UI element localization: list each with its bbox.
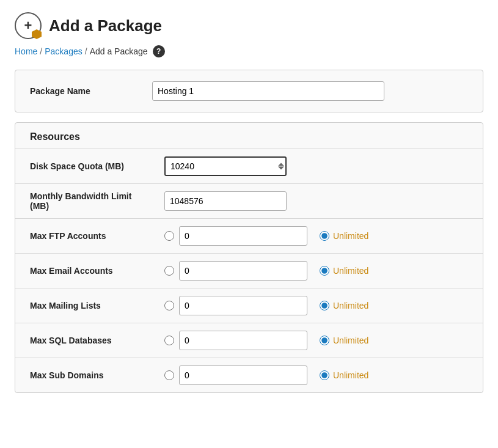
sql-radio-number[interactable] bbox=[164, 336, 174, 345]
email-unlimited-wrapper: Unlimited bbox=[320, 266, 368, 276]
disk-space-spinner-wrapper bbox=[164, 156, 287, 176]
bandwidth-label: Monthly Bandwidth Limit (MB) bbox=[15, 184, 150, 219]
breadcrumb-home[interactable]: Home bbox=[15, 46, 37, 56]
email-cell: Unlimited bbox=[150, 254, 483, 288]
subdomains-unlimited-wrapper: Unlimited bbox=[320, 370, 368, 380]
ftp-unlimited-wrapper: Unlimited bbox=[320, 231, 368, 241]
table-row: Max Sub Domains Unlimited bbox=[15, 358, 483, 393]
table-row: Monthly Bandwidth Limit (MB) bbox=[15, 184, 483, 219]
table-row: Max SQL Databases Unlimited bbox=[15, 323, 483, 358]
email-radio-row: Unlimited bbox=[164, 261, 468, 281]
table-row: Max FTP Accounts Unlimited bbox=[15, 219, 483, 254]
breadcrumb: Home / Packages / Add a Package ? bbox=[15, 45, 483, 57]
sql-unlimited-wrapper: Unlimited bbox=[320, 336, 368, 345]
subdomains-radio-row: Unlimited bbox=[164, 365, 468, 385]
subdomains-radio-unlimited[interactable] bbox=[320, 370, 329, 380]
breadcrumb-current: Add a Package bbox=[90, 46, 148, 56]
package-name-label: Package Name bbox=[30, 86, 152, 96]
page-title: Add a Package bbox=[49, 17, 162, 35]
subdomains-unlimited-label: Unlimited bbox=[333, 370, 368, 380]
subdomains-radio-number[interactable] bbox=[164, 370, 174, 380]
resources-card: Resources Disk Space Quota (MB) bbox=[15, 122, 483, 393]
help-icon[interactable]: ? bbox=[153, 45, 165, 57]
resources-heading: Resources bbox=[15, 123, 483, 149]
ftp-radio-unlimited[interactable] bbox=[320, 231, 329, 241]
mailing-unlimited-label: Unlimited bbox=[333, 301, 368, 310]
disk-space-cell bbox=[150, 149, 483, 184]
subdomains-label: Max Sub Domains bbox=[15, 358, 150, 393]
subdomains-cell: Unlimited bbox=[150, 358, 483, 393]
mailing-cell: Unlimited bbox=[150, 288, 483, 323]
mailing-number-input[interactable] bbox=[179, 296, 307, 315]
breadcrumb-sep-2: / bbox=[85, 46, 87, 56]
mailing-radio-number[interactable] bbox=[164, 301, 174, 310]
ftp-unlimited-label: Unlimited bbox=[333, 231, 368, 241]
plus-icon: + bbox=[24, 19, 32, 32]
table-row: Max Mailing Lists Unlimited bbox=[15, 288, 483, 323]
ftp-radio-number[interactable] bbox=[164, 231, 174, 241]
disk-space-label: Disk Space Quota (MB) bbox=[15, 149, 150, 184]
email-radio-number[interactable] bbox=[164, 266, 174, 276]
package-name-row: Package Name bbox=[15, 70, 483, 112]
mailing-radio-row: Unlimited bbox=[164, 296, 468, 315]
disk-space-input[interactable] bbox=[164, 156, 287, 176]
package-name-input[interactable] bbox=[152, 81, 384, 101]
sql-label: Max SQL Databases bbox=[15, 323, 150, 358]
breadcrumb-packages[interactable]: Packages bbox=[45, 46, 82, 56]
sql-cell: Unlimited bbox=[150, 323, 483, 358]
page-header-icon: + bbox=[15, 12, 42, 39]
bandwidth-cell bbox=[150, 184, 483, 219]
mailing-unlimited-wrapper: Unlimited bbox=[320, 301, 368, 310]
email-number-input[interactable] bbox=[179, 261, 307, 281]
email-unlimited-label: Unlimited bbox=[333, 266, 368, 276]
email-radio-unlimited[interactable] bbox=[320, 266, 329, 276]
page-header: + Add a Package bbox=[15, 12, 483, 39]
table-row: Max Email Accounts Unlimited bbox=[15, 254, 483, 288]
package-name-card: Package Name bbox=[15, 70, 483, 112]
ftp-cell: Unlimited bbox=[150, 219, 483, 254]
sql-radio-unlimited[interactable] bbox=[320, 336, 329, 345]
bandwidth-input[interactable] bbox=[164, 191, 287, 211]
mailing-radio-unlimited[interactable] bbox=[320, 301, 329, 310]
sql-radio-row: Unlimited bbox=[164, 331, 468, 350]
sql-unlimited-label: Unlimited bbox=[333, 336, 368, 345]
email-label: Max Email Accounts bbox=[15, 254, 150, 288]
mailing-label: Max Mailing Lists bbox=[15, 288, 150, 323]
sql-number-input[interactable] bbox=[179, 331, 307, 350]
resources-table: Disk Space Quota (MB) Monthly Bandwidth … bbox=[15, 149, 483, 392]
ftp-label: Max FTP Accounts bbox=[15, 219, 150, 254]
ftp-number-input[interactable] bbox=[179, 226, 307, 246]
breadcrumb-sep-1: / bbox=[40, 46, 42, 56]
subdomains-number-input[interactable] bbox=[179, 365, 307, 385]
table-row: Disk Space Quota (MB) bbox=[15, 149, 483, 184]
ftp-radio-row: Unlimited bbox=[164, 226, 468, 246]
